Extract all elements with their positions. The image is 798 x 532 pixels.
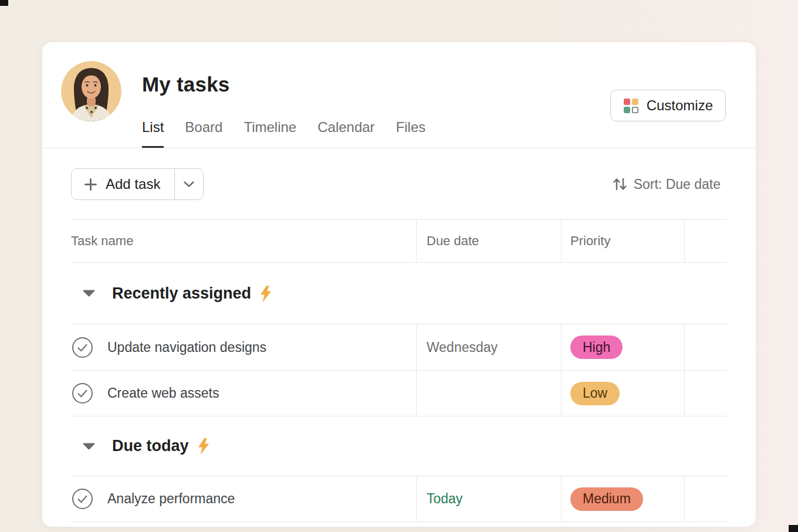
check-circle-icon: [72, 488, 93, 510]
task-complete-checkbox[interactable]: [72, 488, 93, 510]
corner-artifact-bottom-right: [789, 525, 798, 532]
avatar-illustration: [61, 61, 121, 121]
my-tasks-card: My tasks List Board Timeline Calendar Fi…: [42, 42, 756, 527]
task-due-date[interactable]: Today: [427, 491, 462, 507]
task-complete-checkbox[interactable]: [72, 337, 93, 358]
page-header: My tasks List Board Timeline Calendar Fi…: [42, 42, 756, 148]
tab-list[interactable]: List: [142, 119, 164, 148]
column-header-priority: Priority: [562, 220, 685, 262]
add-task-label: Add task: [106, 176, 160, 192]
lightning-bolt-icon: [260, 286, 272, 301]
priority-badge[interactable]: Medium: [570, 487, 643, 511]
plus-icon: [84, 178, 97, 191]
task-row: Analyze performance Today Medium: [70, 476, 728, 522]
lightning-bolt-icon: [198, 438, 209, 454]
task-name[interactable]: Analyze performance: [107, 491, 235, 507]
section-title[interactable]: Due today: [112, 437, 189, 455]
task-complete-checkbox[interactable]: [72, 382, 93, 404]
section-header-due-today[interactable]: Due today: [70, 416, 728, 476]
corner-artifact-top-left: [0, 0, 8, 6]
task-name[interactable]: Update navigation designs: [107, 340, 266, 355]
tab-board[interactable]: Board: [185, 119, 222, 148]
tab-timeline[interactable]: Timeline: [244, 119, 296, 148]
task-name[interactable]: Create web assets: [107, 385, 219, 401]
sort-control[interactable]: Sort: Due date: [612, 177, 721, 192]
priority-badge[interactable]: High: [570, 336, 623, 359]
add-task-split-button: Add task: [71, 168, 204, 200]
tab-files[interactable]: Files: [396, 119, 426, 148]
task-row: Create web assets Low: [70, 371, 728, 416]
caret-down-icon[interactable]: [82, 290, 96, 297]
column-header-extra: [685, 220, 728, 262]
tab-calendar[interactable]: Calendar: [317, 119, 374, 148]
chevron-down-icon: [184, 181, 194, 187]
add-task-button[interactable]: Add task: [72, 169, 175, 199]
caret-down-icon[interactable]: [82, 443, 96, 450]
sort-arrows-icon: [612, 177, 628, 191]
task-table: Task name Due date Priority Recently ass…: [70, 219, 728, 522]
task-due-date[interactable]: Wednesday: [427, 340, 498, 355]
view-tabs: List Board Timeline Calendar Files: [142, 119, 425, 148]
sort-label: Sort: Due date: [634, 177, 721, 192]
customize-button[interactable]: Customize: [610, 90, 726, 121]
section-header-recently-assigned[interactable]: Recently assigned: [70, 263, 728, 324]
check-circle-icon: [72, 382, 93, 404]
customize-label: Customize: [647, 97, 713, 114]
toolbar: Add task Sort: Due date: [42, 168, 756, 200]
check-circle-icon: [72, 337, 93, 358]
table-header-row: Task name Due date Priority: [70, 219, 728, 263]
customize-grid-icon: [623, 98, 639, 114]
task-row: Update navigation designs Wednesday High: [70, 324, 728, 371]
add-task-dropdown-button[interactable]: [175, 169, 203, 199]
page-title: My tasks: [142, 73, 229, 96]
column-header-due-date: Due date: [417, 220, 562, 262]
section-title[interactable]: Recently assigned: [112, 284, 251, 303]
column-header-task-name: Task name: [70, 220, 417, 262]
priority-badge[interactable]: Low: [570, 382, 620, 405]
user-avatar[interactable]: [61, 61, 121, 121]
